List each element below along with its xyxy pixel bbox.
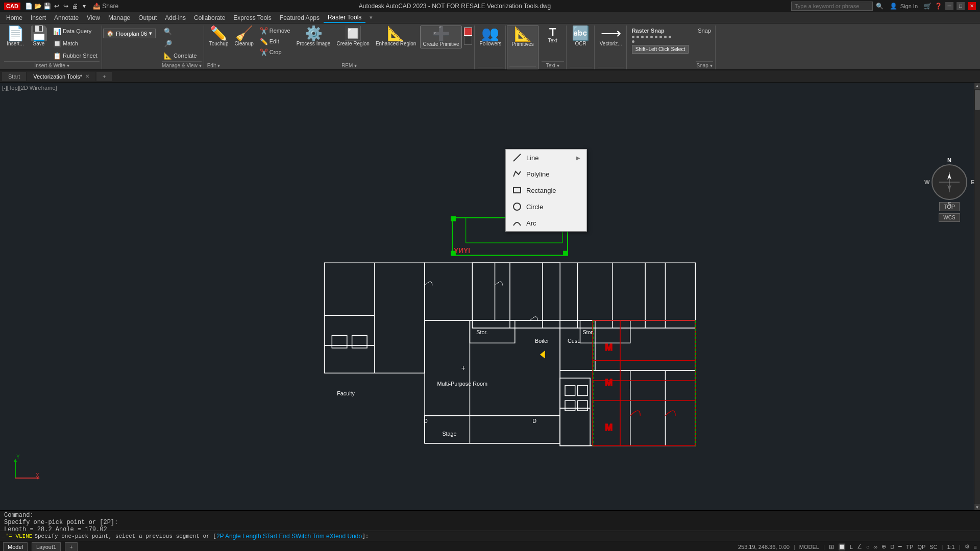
otrack-btn[interactable]: ∞ <box>874 544 878 550</box>
qat-more[interactable]: ▾ <box>80 2 89 11</box>
snap-group-label[interactable]: Snap ▾ <box>696 61 713 69</box>
sc-btn[interactable]: SC <box>929 544 937 550</box>
signin-btn[interactable]: Sign In <box>900 3 918 9</box>
menu-annotate[interactable]: Annotate <box>50 13 83 22</box>
redo-btn[interactable]: ↪ <box>61 2 70 11</box>
grid-display-btn[interactable]: ⊞ <box>829 543 834 550</box>
process-image-btn[interactable]: ⚙️ Process Image <box>295 26 333 47</box>
crop-btn[interactable]: ✂️ Crop <box>258 47 292 57</box>
snap-toggle-btn[interactable]: 🔲 <box>838 543 846 550</box>
menu-featured[interactable]: Featured Apps <box>276 13 324 22</box>
ribbon-group-content-followers: 👥 Followers <box>478 26 504 67</box>
prim-circle-item[interactable]: Circle <box>506 198 586 215</box>
sep2: | <box>823 544 825 550</box>
close-doc-tab-icon[interactable]: ✕ <box>85 73 89 79</box>
cart-icon[interactable]: 🛒 <box>924 3 932 10</box>
ortho-btn[interactable]: L <box>850 544 853 550</box>
tp-btn[interactable]: TP <box>906 544 913 550</box>
doc-tab-vectorization[interactable]: Vectorization Tools* ✕ <box>27 72 95 81</box>
dyn-btn[interactable]: D <box>890 544 894 550</box>
search-icon[interactable]: 🔍 <box>876 3 884 10</box>
primitives-btn[interactable]: 📐 Primitives <box>509 26 535 48</box>
menu-view[interactable]: View <box>83 13 104 22</box>
prim-line-item[interactable]: Line ▶ <box>506 149 586 166</box>
zoom-in-btn[interactable]: 🔍 <box>162 26 199 36</box>
edit-btn[interactable]: ✏️ Edit <box>258 36 292 46</box>
menu-manage[interactable]: Manage <box>104 13 134 22</box>
ocr-btn[interactable]: 🔤 OCR <box>570 26 592 47</box>
osnap-btn[interactable]: ○ <box>866 544 870 550</box>
menu-addins[interactable]: Add-ins <box>161 13 190 22</box>
stor2-label: Stor. <box>582 329 594 335</box>
save-qat-btn[interactable]: 💾 <box>43 2 52 11</box>
wcs-btn[interactable]: WCS <box>939 213 960 222</box>
doc-tab-add[interactable]: + <box>96 72 112 81</box>
rem-group-label[interactable]: REM ▾ <box>341 62 472 69</box>
ducs-btn[interactable]: ⊕ <box>881 543 886 550</box>
open-btn[interactable]: 📂 <box>34 2 43 11</box>
prim-arc-item[interactable]: Arc <box>506 215 586 231</box>
match-btn[interactable]: 🔲 Match <box>51 38 100 48</box>
save-btn[interactable]: 💾 Save <box>28 26 50 47</box>
account-icon[interactable]: 👤 <box>890 3 897 10</box>
share-btn[interactable]: 📤 Share <box>93 3 118 10</box>
scroll-up-arrow[interactable]: ▲ <box>974 83 981 89</box>
followers-btn[interactable]: 👥 Followers <box>478 26 504 47</box>
lweight-btn[interactable]: ━ <box>898 543 902 550</box>
scroll-down-arrow[interactable]: ▼ <box>974 504 981 510</box>
command-link-options[interactable]: 2P Angle Length STart End SWitch Trim eX… <box>216 533 362 540</box>
zoom-out-btn[interactable]: 🔎 <box>162 38 199 48</box>
doc-tab-start[interactable]: Start <box>2 72 26 81</box>
create-primitive-btn[interactable]: ➕ Create Primitive <box>420 26 461 48</box>
text-btn[interactable]: T Text <box>542 26 564 44</box>
sep1: | <box>794 544 795 550</box>
insert-btn[interactable]: 📄 Insert... <box>4 26 27 47</box>
add-layout-tab[interactable]: + <box>65 542 77 552</box>
close-btn[interactable]: ✕ <box>968 2 976 10</box>
create-region-btn[interactable]: 🔲 Create Region <box>334 26 371 47</box>
vectorize-btn[interactable]: ⟶ Vectoriz... <box>598 26 624 47</box>
command-input-row[interactable]: _'= VLINE Specify one-pick point, select… <box>0 531 980 541</box>
plot-btn[interactable]: 🖨 <box>70 2 80 11</box>
maximize-btn[interactable]: □ <box>957 2 965 10</box>
text-group-label[interactable]: Text ▾ <box>542 61 564 69</box>
help-icon[interactable]: ❓ <box>935 3 942 10</box>
polar-btn[interactable]: ∠ <box>857 543 862 550</box>
shift-select-btn[interactable]: Shift+Left Click Select <box>632 45 689 54</box>
color-red-swatch[interactable] <box>464 28 472 36</box>
workspace-gear-btn[interactable]: ⚙ <box>965 543 970 550</box>
prim-rectangle-item[interactable]: Rectangle <box>506 182 586 198</box>
correlate-btn[interactable]: 📐 Correlate <box>162 51 199 61</box>
minimize-btn[interactable]: ─ <box>945 2 953 10</box>
remove-btn[interactable]: ✂️ Remove <box>258 26 292 36</box>
edit-group-label[interactable]: Edit ▾ <box>207 62 337 69</box>
active-tab-indicator[interactable]: ▾ <box>370 14 373 21</box>
snap-dot <box>650 36 653 38</box>
vertical-scrollbar[interactable]: ▲ ▼ <box>974 83 980 510</box>
color-black-swatch[interactable] <box>464 37 472 45</box>
new-btn[interactable]: 📄 <box>24 2 34 11</box>
undo-btn[interactable]: ↩ <box>52 2 61 11</box>
layout1-tab[interactable]: Layout1 <box>32 542 61 552</box>
menu-express[interactable]: Express Tools <box>229 13 275 22</box>
customize-btn[interactable]: ≡ <box>974 544 977 550</box>
cleanup-btn[interactable]: 🧹 Cleanup <box>233 26 256 47</box>
search-input[interactable] <box>791 2 873 11</box>
qp-btn[interactable]: QP <box>917 544 925 550</box>
scroll-thumb[interactable] <box>975 90 980 110</box>
floorplan-dropdown[interactable]: 🏠 Floorplan 06 ▾ <box>103 29 156 38</box>
prim-polyline-item[interactable]: Polyline <box>506 166 586 182</box>
enhanced-region-btn[interactable]: 📐 Enhanced Region <box>374 26 419 47</box>
touchup-btn[interactable]: ✏️ Touchup <box>207 26 231 47</box>
viewport[interactable]: [-][Top][2D Wireframe] <box>0 83 980 510</box>
rubber-sheet-btn[interactable]: 📋 Rubber Sheet <box>51 51 100 61</box>
axis-indicator: Y X <box>10 453 41 485</box>
menu-insert[interactable]: Insert <box>27 13 50 22</box>
menu-bar: Home Insert Annotate View Manage Output … <box>0 12 980 23</box>
menu-output[interactable]: Output <box>134 13 161 22</box>
menu-collaborate[interactable]: Collaborate <box>190 13 229 22</box>
model-tab[interactable]: Model <box>3 542 28 551</box>
menu-home[interactable]: Home <box>2 13 27 22</box>
data-query-btn[interactable]: 📊 Data Query <box>51 26 100 36</box>
menu-raster[interactable]: Raster Tools <box>324 13 365 23</box>
